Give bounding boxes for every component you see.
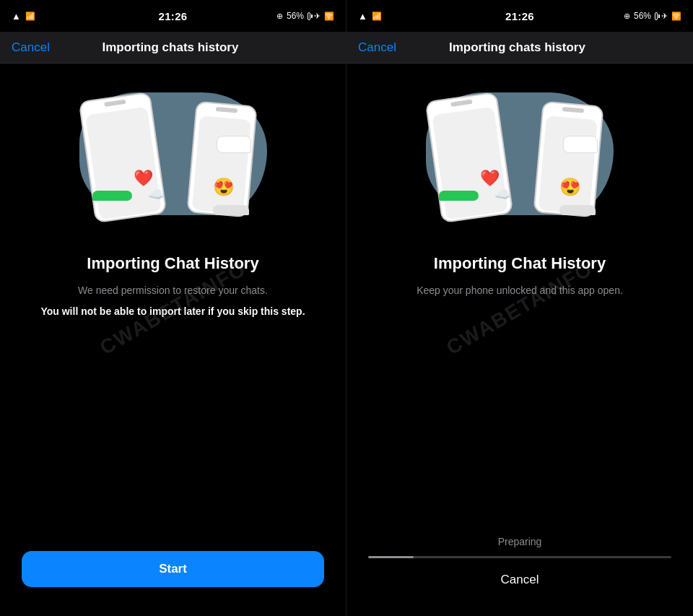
start-button[interactable]: Start — [22, 551, 324, 587]
airplane-icon-r: ✈ — [661, 12, 668, 21]
status-bar-left: ▲ 📶 21:26 ⊕ 56% ✈ 🛜 — [0, 0, 346, 32]
cancel-button-right-nav[interactable]: Cancel — [358, 40, 396, 55]
panel-right: ▲ 📶 21:26 ⊕ 56% ✈ 🛜 Cancel Importing cha… — [346, 0, 693, 616]
status-time-right: 21:26 — [505, 10, 534, 22]
status-right-left-icons: ▲ 📶 — [358, 11, 416, 22]
location-icon-r: ⊕ — [624, 12, 630, 21]
bubble-white-right — [563, 136, 598, 153]
status-time-left: 21:26 — [159, 10, 188, 22]
status-bar-right: ▲ 📶 21:26 ⊕ 56% ✈ 🛜 — [346, 0, 693, 32]
screen-desc-right: Keep your phone unlocked and this app op… — [417, 283, 623, 298]
wifi2-icon: 🛜 — [324, 12, 334, 21]
wifi-icon: ▲ — [12, 11, 21, 22]
phone-screen-right-r — [539, 116, 598, 214]
status-right-icons: ⊕ 56% ✈ 🛜 — [276, 11, 334, 21]
heart-icon-left: ❤️ — [134, 169, 153, 188]
progress-bar-track — [368, 556, 671, 558]
battery-icon-left — [308, 12, 310, 20]
smile-icon-left: 😍 — [213, 177, 235, 197]
illustration-right: ❤️ 😍 ☁️ — [411, 78, 628, 237]
status-left-icons: ▲ 📶 — [12, 11, 69, 22]
phone-right-device — [186, 101, 257, 218]
progress-label: Preparing — [498, 536, 542, 547]
bubble-gray-right — [559, 205, 596, 215]
smile-icon-right: 😍 — [559, 177, 581, 197]
wifi-icon-r: ▲ — [358, 11, 367, 22]
bubble-white-left — [217, 136, 251, 153]
screen-warning-left: You will not be able to import later if … — [40, 304, 305, 319]
phone-notch-left — [104, 100, 126, 107]
wifi2-icon-r: 🛜 — [671, 12, 681, 21]
battery-icon-right — [655, 12, 658, 20]
nav-bar-right: Cancel Importing chats history — [346, 32, 693, 64]
bubble-gray-left — [213, 205, 249, 215]
signal-icon: 📶 — [25, 12, 35, 21]
screen-title-right: Importing Chat History — [434, 254, 606, 273]
cancel-button-progress[interactable]: Cancel — [501, 573, 539, 587]
content-right: ❤️ 😍 ☁️ Importing Chat History Keep your… — [346, 64, 693, 536]
heart-icon-right: ❤️ — [480, 169, 500, 188]
content-left: ❤️ 😍 ☁️ Importing Chat History We need p… — [0, 64, 346, 551]
phone-notch-right-r — [562, 107, 583, 113]
nav-bar-left: Cancel Importing chats history — [0, 32, 346, 64]
progress-area: Preparing Cancel — [346, 536, 693, 616]
phone-notch-left-r — [450, 100, 473, 107]
status-right-right-icons: ⊕ 56% ✈ 🛜 — [624, 11, 681, 21]
progress-bar-fill — [368, 556, 414, 558]
cloud-icon-right: ☁️ — [494, 186, 510, 202]
screen-title-left: Importing Chat History — [87, 254, 258, 273]
phone-right-device-r — [533, 101, 603, 218]
cancel-button-left[interactable]: Cancel — [12, 40, 50, 55]
screen-desc-left: We need permission to restore your chats… — [78, 283, 268, 298]
nav-title-left: Importing chats history — [103, 40, 239, 55]
signal-icon-r: 📶 — [372, 12, 382, 21]
bubble-green-right — [439, 191, 479, 201]
battery-pct-left: 56% — [287, 11, 304, 21]
battery-pct-right: 56% — [634, 11, 651, 21]
illustration-left: ❤️ 😍 ☁️ — [65, 78, 282, 237]
bottom-area-left: Start — [0, 551, 346, 616]
bubble-green-left — [92, 191, 132, 201]
phone-screen-left — [85, 107, 161, 220]
nav-title-right: Importing chats history — [449, 40, 585, 55]
airplane-icon: ✈ — [314, 12, 321, 21]
phone-screen-left-r — [432, 107, 507, 220]
location-icon: ⊕ — [276, 12, 283, 21]
phone-screen-right — [191, 116, 250, 214]
phone-notch-right — [215, 107, 237, 113]
panel-left: ▲ 📶 21:26 ⊕ 56% ✈ 🛜 Cancel Importing cha… — [0, 0, 346, 616]
cloud-icon-left: ☁️ — [148, 186, 164, 202]
